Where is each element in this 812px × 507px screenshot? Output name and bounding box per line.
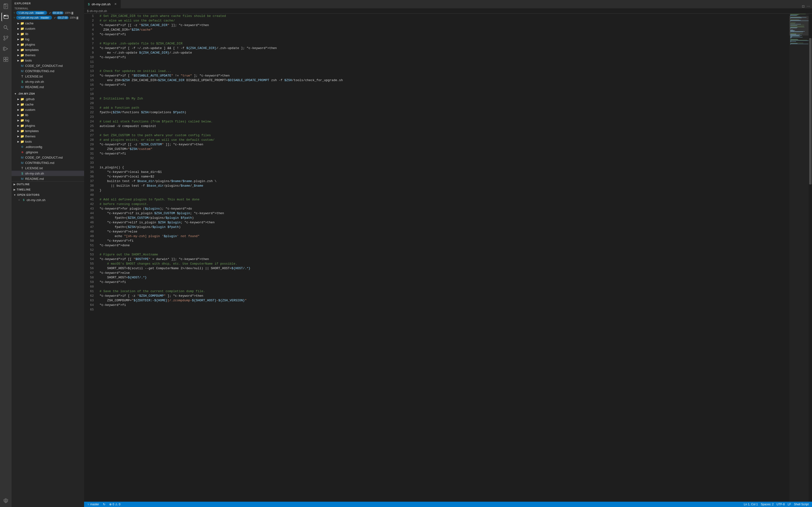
status-language[interactable]: Shell Script bbox=[793, 503, 810, 506]
tree-item-lib[interactable]: ▶ 📁 lib bbox=[12, 112, 84, 118]
outline-title: OUTLINE bbox=[17, 183, 30, 186]
tree-label-contributing-top: CONTRIBUTING.md bbox=[25, 69, 54, 73]
tree-item-tools[interactable]: ▶ 📁 tools bbox=[12, 139, 84, 144]
line-number-1: 1 bbox=[84, 14, 94, 18]
extensions-icon[interactable] bbox=[1, 55, 10, 64]
tree-item-github[interactable]: ▶ 📁 .github bbox=[12, 96, 84, 102]
tree-label-code-of-conduct-top: CODE_OF_CONDUCT.md bbox=[25, 64, 63, 68]
tree-item-templates-top[interactable]: ▶ 📁 templates bbox=[12, 47, 84, 52]
files-icon[interactable] bbox=[1, 2, 10, 11]
tree-label-plugins-top: plugins bbox=[25, 43, 35, 46]
tree-item-oh-my-zsh-sh[interactable]: $ oh-my-zsh.sh bbox=[12, 171, 84, 176]
settings-icon[interactable] bbox=[1, 496, 10, 505]
status-errors[interactable]: ⊗ 0 ⚠ 0 bbox=[108, 502, 122, 507]
code-line-47: fpath=($ZSH/plugins/$plugin $fpath) bbox=[100, 225, 789, 229]
code-line-12 bbox=[100, 64, 789, 69]
tree-item-themes-top[interactable]: ▶ 📁 themes bbox=[12, 52, 84, 58]
minimap-highlight[interactable] bbox=[789, 16, 809, 36]
minimap-content bbox=[789, 14, 809, 502]
code-line-3: "c-keyword">if [[ -z "$ZSH_CACHE_DIR" ]]… bbox=[100, 23, 789, 27]
svg-point-9 bbox=[6, 36, 8, 38]
search-icon[interactable] bbox=[1, 23, 10, 32]
status-encoding-label: UTF-8 bbox=[776, 503, 785, 506]
status-position[interactable]: Ln 1, Col 1 bbox=[743, 503, 759, 506]
status-sync[interactable]: ↻ bbox=[101, 502, 107, 507]
tree-item-code-of-conduct-top[interactable]: M CODE_OF_CONDUCT.md bbox=[12, 63, 84, 68]
line-number-38: 38 bbox=[84, 183, 94, 188]
code-line-56: SHORT_HOST=$(scutil --get ComputerName 2… bbox=[100, 266, 789, 271]
tree-item-editorconfig[interactable]: ⚙ .editorconfig bbox=[12, 144, 84, 150]
terminal-item-1[interactable]: ⑂ ~/.oh-my-zsh master ✓ 03:16:56 100% ▓ bbox=[12, 10, 84, 15]
line-number-49: 49 bbox=[84, 234, 94, 238]
line-number-22: 22 bbox=[84, 110, 94, 115]
run-icon[interactable] bbox=[1, 44, 10, 53]
svg-point-6 bbox=[4, 25, 7, 29]
tree-item-lib-top[interactable]: ▶ 📁 lib bbox=[12, 31, 84, 37]
line-number-4: 4 bbox=[84, 27, 94, 32]
line-number-47: 47 bbox=[84, 225, 94, 229]
line-number-16: 16 bbox=[84, 82, 94, 87]
code-line-20 bbox=[100, 101, 789, 106]
tree-item-license-top[interactable]: T LICENSE.txt bbox=[12, 74, 84, 79]
line-number-57: 57 bbox=[84, 271, 94, 275]
arrow-log: ▶ bbox=[16, 118, 20, 122]
tree-label-templates-top: templates bbox=[25, 48, 39, 52]
file-icon-license-top: T bbox=[20, 74, 24, 78]
open-editor-item-0[interactable]: × $ oh-my-zsh.sh bbox=[12, 198, 84, 202]
tree-item-cache-top[interactable]: ▶ 📁 cache bbox=[12, 20, 84, 26]
code-line-11 bbox=[100, 60, 789, 64]
line-number-41: 41 bbox=[84, 197, 94, 202]
tree-item-tools-top[interactable]: ▶ 📁 tools bbox=[12, 58, 84, 63]
tree-item-oh-my-zsh-sh-top[interactable]: $ oh-my-zsh.sh bbox=[12, 79, 84, 84]
tree-item-log-top[interactable]: ▶ 📁 log bbox=[12, 37, 84, 42]
explorer-icon[interactable] bbox=[1, 12, 10, 21]
terminal-branch-2: master bbox=[40, 16, 50, 19]
tree-item-custom[interactable]: ▶ 📁 custom bbox=[12, 107, 84, 112]
code-area[interactable]: # Set ZSH_CACHE_DIR to the path where ca… bbox=[98, 14, 789, 502]
code-line-35: "c-keyword">local base_dir=$1 bbox=[100, 170, 789, 174]
timeline-header[interactable]: ▶ TIMELINE bbox=[12, 187, 84, 192]
code-line-8: "c-keyword">if [ -f ~/.zsh-update ] && [… bbox=[100, 46, 789, 50]
status-branch[interactable]: ⑂ master bbox=[86, 502, 101, 507]
file-icon-readme: M bbox=[20, 177, 24, 181]
status-spaces[interactable]: Spaces: 2 bbox=[759, 503, 775, 506]
root-folder-item[interactable]: ▼ .OH-MY-ZSH bbox=[12, 91, 84, 96]
tree-item-themes[interactable]: ▶ 📁 themes bbox=[12, 133, 84, 139]
tree-item-contributing[interactable]: M CONTRIBUTING.md bbox=[12, 160, 84, 165]
terminal-item-2[interactable]: ⑂ ~/.zsh-oh-my-zsh master ✓ 03:17:00 100… bbox=[12, 15, 84, 20]
editor-area: $ oh-my-zsh.sh × ⊡ ⋯ $ oh-my-zsh.sh 1234… bbox=[84, 0, 812, 507]
tree-item-plugins-top[interactable]: ▶ 📁 plugins bbox=[12, 42, 84, 47]
tree-item-custom-top[interactable]: ▶ 📁 custom bbox=[12, 26, 84, 31]
folder-icon-themes-top: 📁 bbox=[20, 53, 24, 57]
source-control-icon[interactable] bbox=[1, 34, 10, 43]
tree-item-readme[interactable]: M README.md bbox=[12, 176, 84, 181]
tree-item-gitignore[interactable]: ⊗ .gitignore bbox=[12, 150, 84, 155]
tab-oh-my-zsh-sh[interactable]: $ oh-my-zsh.sh × bbox=[84, 0, 121, 8]
timeline-arrow: ▶ bbox=[13, 188, 16, 191]
scrollbar-area[interactable] bbox=[809, 14, 812, 502]
status-line-ending[interactable]: LF bbox=[786, 503, 793, 506]
tree-item-log[interactable]: ▶ 📁 log bbox=[12, 118, 84, 123]
status-encoding[interactable]: UTF-8 bbox=[775, 503, 786, 506]
tree-item-contributing-top[interactable]: M CONTRIBUTING.md bbox=[12, 68, 84, 74]
tree-item-cache[interactable]: ▶ 📁 cache bbox=[12, 102, 84, 107]
line-number-37: 37 bbox=[84, 179, 94, 183]
outline-header[interactable]: ▶ OUTLINE bbox=[12, 181, 84, 187]
tree-item-code-of-conduct[interactable]: M CODE_OF_CONDUCT.md bbox=[12, 155, 84, 160]
explorer-section: ▼ .OH-MY-ZSH ▶ 📁 .github ▶ 📁 cache ▶ 📁 c… bbox=[12, 91, 84, 507]
split-editor-icon[interactable]: ⊡ bbox=[802, 4, 805, 8]
folder-icon-cache: 📁 bbox=[20, 102, 24, 106]
tree-item-readme-top[interactable]: M README.md bbox=[12, 84, 84, 90]
more-actions-icon[interactable]: ⋯ bbox=[807, 4, 810, 8]
tree-item-plugins[interactable]: ▶ 📁 plugins bbox=[12, 123, 84, 128]
tree-item-templates[interactable]: ▶ 📁 templates bbox=[12, 128, 84, 133]
scrollbar-thumb[interactable] bbox=[809, 38, 812, 184]
line-number-24: 24 bbox=[84, 119, 94, 124]
tab-close-icon[interactable]: × bbox=[114, 2, 116, 6]
open-editors-header[interactable]: ▼ OPEN EDITORS bbox=[12, 192, 84, 198]
close-editor-icon-0[interactable]: × bbox=[17, 198, 21, 202]
file-icon-contributing-top: M bbox=[20, 69, 24, 73]
code-line-52 bbox=[100, 248, 789, 252]
tree-item-license[interactable]: T LICENSE.txt bbox=[12, 165, 84, 171]
breadcrumb-file[interactable]: oh-my-zsh.sh bbox=[90, 9, 107, 13]
